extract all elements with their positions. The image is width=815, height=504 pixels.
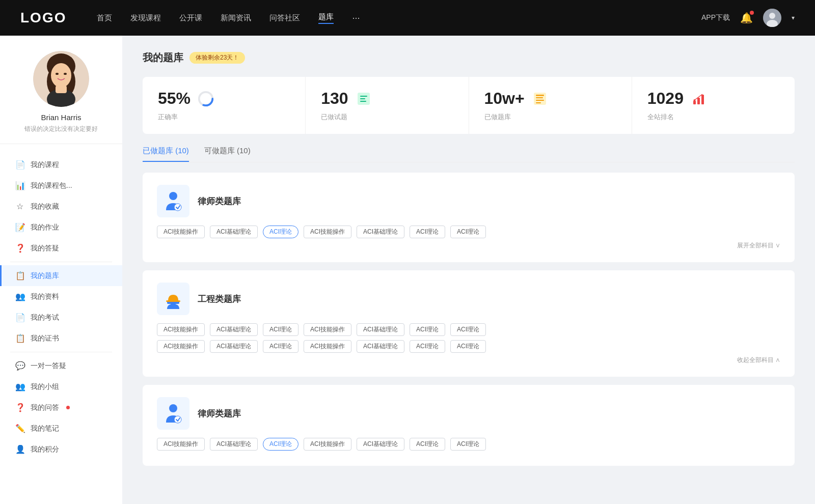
sidebar-item-cert[interactable]: 📋 我的证书 <box>0 328 122 349</box>
eng-tag2-4[interactable]: ACI基础理论 <box>357 340 404 353</box>
svg-point-26 <box>169 192 177 200</box>
group-icon: 👥 <box>15 382 24 391</box>
tab-done[interactable]: 已做题库 (10) <box>143 146 189 162</box>
tab-available[interactable]: 可做题库 (10) <box>204 146 251 162</box>
svg-rect-10 <box>56 86 67 93</box>
law2-tag-1[interactable]: ACI基础理论 <box>210 438 258 451</box>
sidebar-item-1on1[interactable]: 💬 一对一答疑 <box>0 355 122 376</box>
sidebar-item-favorites[interactable]: ☆ 我的收藏 <box>0 196 122 217</box>
sidebar-item-profile[interactable]: 👥 我的资料 <box>0 286 122 307</box>
nav-item-home[interactable]: 首页 <box>97 13 112 23</box>
points-icon: 👤 <box>15 444 24 454</box>
sidebar-item-course[interactable]: 📄 我的课程 <box>0 154 122 175</box>
1on1-icon: 💬 <box>15 361 24 371</box>
nav-menu: 首页 发现课程 公开课 新闻资讯 问答社区 题库 ··· <box>97 12 701 24</box>
nav-chevron-icon[interactable]: ▾ <box>792 14 795 21</box>
nav-more-icon[interactable]: ··· <box>352 13 360 23</box>
eng-tag2-1[interactable]: ACI基础理论 <box>210 340 258 353</box>
sidebar-item-course-label: 我的课程 <box>31 160 59 170</box>
nav-item-discover[interactable]: 发现课程 <box>130 13 161 23</box>
law2-tag-6[interactable]: ACI理论 <box>450 438 486 451</box>
sidebar-item-course-pack[interactable]: 📊 我的课程包... <box>0 175 122 196</box>
eng-tag-1[interactable]: ACI基础理论 <box>210 323 258 336</box>
bank-tabs: 已做题库 (10) 可做题库 (10) <box>143 146 795 162</box>
bank-title-lawyer-2: 律师类题库 <box>198 408 241 419</box>
sidebar-item-group[interactable]: 👥 我的小组 <box>0 376 122 397</box>
myqa-icon: ❓ <box>15 403 24 412</box>
bank-tags-lawyer-1: ACI技能操作 ACI基础理论 ACI理论 ACI技能操作 ACI基础理论 AC… <box>157 226 780 238</box>
nav-item-bank[interactable]: 题库 <box>318 12 334 24</box>
eng-tag-2[interactable]: ACI理论 <box>263 323 298 336</box>
profile-icon: 👥 <box>15 292 24 301</box>
sidebar-item-exam[interactable]: 📄 我的考试 <box>0 307 122 328</box>
sidebar-item-mybank[interactable]: 📋 我的题库 <box>0 265 122 286</box>
star-icon: ☆ <box>15 202 24 211</box>
lawyer-icon <box>157 185 189 217</box>
nav-item-qa[interactable]: 问答社区 <box>269 13 300 23</box>
tag-3[interactable]: ACI技能操作 <box>304 226 351 238</box>
nav-item-news[interactable]: 新闻资讯 <box>221 13 251 23</box>
eng-tag2-3[interactable]: ACI技能操作 <box>304 340 351 353</box>
stat-questions-label: 已做试题 <box>321 113 347 121</box>
eng-tag2-5[interactable]: ACI理论 <box>410 340 445 353</box>
eng-tag-4[interactable]: ACI基础理论 <box>357 323 404 336</box>
sidebar-item-points[interactable]: 👤 我的积分 <box>0 439 122 460</box>
sidebar-item-qa[interactable]: ❓ 我的答疑 <box>0 238 122 259</box>
law2-tag-0[interactable]: ACI技能操作 <box>157 438 205 451</box>
law2-tag-2[interactable]: ACI理论 <box>263 438 298 451</box>
eng-tag2-0[interactable]: ACI技能操作 <box>157 340 205 353</box>
user-profile: Brian Harris 错误的决定比没有决定要好 <box>0 51 122 144</box>
sidebar-item-homework[interactable]: 📝 我的作业 <box>0 217 122 238</box>
user-avatar[interactable] <box>763 9 781 27</box>
sidebar-item-cert-label: 我的证书 <box>31 334 59 343</box>
stat-ranking-top: 1029 <box>647 89 779 108</box>
eng-tag-5[interactable]: ACI理论 <box>410 323 445 336</box>
sidebar-item-points-label: 我的积分 <box>31 445 59 454</box>
sidebar-item-notes-label: 我的笔记 <box>31 424 59 433</box>
tag-0[interactable]: ACI技能操作 <box>157 226 205 238</box>
app-download-button[interactable]: APP下载 <box>701 13 730 22</box>
svg-rect-20 <box>536 100 544 101</box>
eng-tag-3[interactable]: ACI技能操作 <box>304 323 351 336</box>
sidebar-item-myqa[interactable]: ❓ 我的问答 <box>0 397 122 418</box>
tag-6[interactable]: ACI理论 <box>450 226 486 238</box>
sidebar-item-notes[interactable]: ✏️ 我的笔记 <box>0 418 122 439</box>
svg-point-25 <box>693 99 695 101</box>
coursepack-icon: 📊 <box>15 181 24 190</box>
eng-tag2-2[interactable]: ACI理论 <box>263 340 298 353</box>
law2-tag-5[interactable]: ACI理论 <box>410 438 445 451</box>
svg-point-32 <box>174 416 181 423</box>
tag-4[interactable]: ACI基础理论 <box>357 226 404 238</box>
eng-tag-0[interactable]: ACI技能操作 <box>157 323 205 336</box>
sidebar-item-group-label: 我的小组 <box>31 382 59 391</box>
tag-1[interactable]: ACI基础理论 <box>210 226 258 238</box>
stat-banks-label: 已做题库 <box>484 113 511 121</box>
svg-rect-18 <box>536 95 544 96</box>
page-header: 我的题库 体验剩余23天！ <box>143 51 795 65</box>
cert-icon: 📋 <box>15 333 24 343</box>
nav-item-open[interactable]: 公开课 <box>179 13 202 23</box>
tag-5[interactable]: ACI理论 <box>410 226 445 238</box>
svg-point-7 <box>56 73 59 75</box>
stat-banks-top: 10w+ <box>484 89 616 108</box>
law2-tag-4[interactable]: ACI基础理论 <box>357 438 404 451</box>
expand-lawyer-1[interactable]: 展开全部科目 ∨ <box>157 241 780 250</box>
eng-tag2-6[interactable]: ACI理论 <box>450 340 486 353</box>
eng-tag-6[interactable]: ACI理论 <box>450 323 486 336</box>
law2-tag-3[interactable]: ACI技能操作 <box>304 438 351 451</box>
bank-card-lawyer-2: 律师类题库 ACI技能操作 ACI基础理论 ACI理论 ACI技能操作 ACI基… <box>143 385 795 466</box>
collapse-engineer[interactable]: 收起全部科目 ∧ <box>157 356 780 365</box>
svg-rect-15 <box>360 98 365 99</box>
notification-bell[interactable]: 🔔 <box>740 12 753 24</box>
sidebar-item-favorites-label: 我的收藏 <box>31 202 59 211</box>
tag-2[interactable]: ACI理论 <box>263 226 298 238</box>
svg-rect-14 <box>360 96 367 97</box>
stat-ranking-value: 1029 <box>647 89 684 108</box>
stat-questions-top: 130 <box>321 89 453 108</box>
bell-dot <box>750 11 754 15</box>
page-title: 我的题库 <box>143 51 183 65</box>
main-content: 我的题库 体验剩余23天！ 55% 正确率 13 <box>122 36 815 504</box>
sidebar: Brian Harris 错误的决定比没有决定要好 📄 我的课程 📊 我的课程包… <box>0 36 122 504</box>
sidebar-item-exam-label: 我的考试 <box>31 313 59 322</box>
stats-row: 55% 正确率 130 <box>143 77 795 134</box>
